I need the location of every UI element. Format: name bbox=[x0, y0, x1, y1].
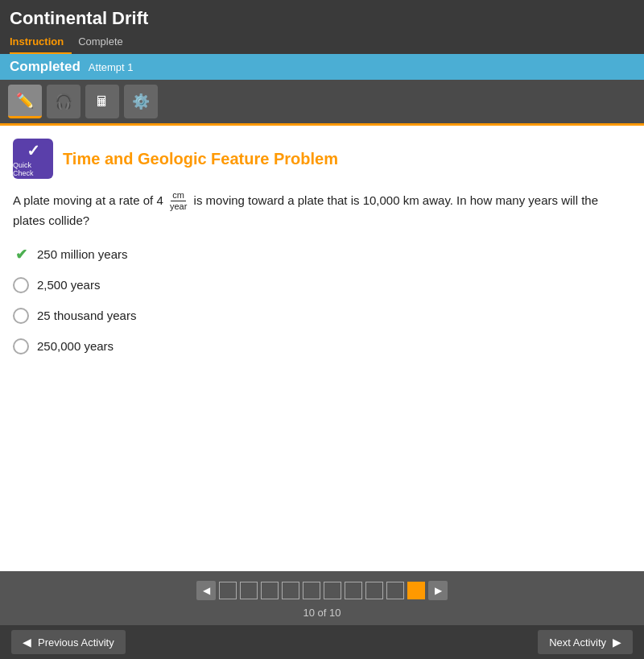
page-box-2[interactable] bbox=[240, 582, 258, 599]
question-header: ✓ Quick Check Time and Geologic Feature … bbox=[13, 139, 631, 179]
page-counter: 10 of 10 bbox=[303, 607, 341, 619]
status-completed-label: Completed bbox=[10, 59, 80, 75]
question-title: Time and Geologic Feature Problem bbox=[63, 150, 338, 168]
audio-tool-button[interactable]: 🎧 bbox=[47, 85, 80, 118]
footer-nav: ◀ Previous Activity Next Activity ▶ bbox=[0, 625, 644, 659]
page-box-1[interactable] bbox=[219, 582, 237, 599]
answer-option-3[interactable]: 25 thousand years bbox=[13, 308, 631, 324]
answer-option-2-label: 2,500 years bbox=[37, 278, 100, 292]
answer-option-1[interactable]: ✔ 250 million years bbox=[13, 247, 631, 263]
status-bar: Completed Attempt 1 bbox=[0, 54, 644, 80]
radio-circle-4 bbox=[13, 338, 29, 354]
nav-tab-instruction[interactable]: Instruction bbox=[10, 32, 72, 54]
toolbar: ✏️ 🎧 🖩 ⚙️ bbox=[0, 80, 644, 126]
page-box-3[interactable] bbox=[261, 582, 279, 599]
radio-circle-2 bbox=[13, 277, 29, 293]
settings-tool-button[interactable]: ⚙️ bbox=[124, 85, 158, 118]
fraction-numerator: cm bbox=[171, 190, 186, 201]
radio-circle-3 bbox=[13, 308, 29, 324]
question-text-before: A plate moving at a rate of 4 bbox=[13, 193, 163, 207]
app-title: Continental Drift bbox=[10, 8, 634, 29]
page-box-6[interactable] bbox=[324, 582, 341, 599]
top-header: Continental Drift Instruction Complete bbox=[0, 0, 644, 54]
page-box-4[interactable] bbox=[282, 582, 299, 599]
next-arrow-icon: ▶ bbox=[613, 636, 621, 649]
prev-activity-label: Previous Activity bbox=[38, 636, 114, 649]
content-area: ✓ Quick Check Time and Geologic Feature … bbox=[0, 126, 644, 571]
page-box-5[interactable] bbox=[303, 582, 320, 599]
check-icon: ✓ bbox=[27, 141, 40, 160]
pagination-next-arrow[interactable]: ▶ bbox=[428, 581, 448, 600]
status-attempt-label: Attempt 1 bbox=[89, 61, 134, 73]
answer-option-1-label: 250 million years bbox=[37, 247, 128, 261]
answer-option-4[interactable]: 250,000 years bbox=[13, 338, 631, 354]
page-box-8[interactable] bbox=[365, 582, 383, 599]
quick-check-icon: ✓ Quick Check bbox=[13, 139, 53, 179]
answer-options: ✔ 250 million years 2,500 years 25 thous… bbox=[13, 247, 631, 354]
previous-activity-button[interactable]: ◀ Previous Activity bbox=[11, 630, 126, 654]
pagination: ◀ ▶ bbox=[196, 581, 448, 600]
nav-tabs: Instruction Complete bbox=[10, 32, 634, 54]
page-box-7[interactable] bbox=[345, 582, 362, 599]
pencil-tool-button[interactable]: ✏️ bbox=[8, 85, 42, 118]
next-activity-button[interactable]: Next Activity ▶ bbox=[538, 630, 633, 654]
quick-check-label: Quick Check bbox=[13, 161, 53, 177]
answer-option-4-label: 250,000 years bbox=[37, 339, 114, 353]
question-text: A plate moving at a rate of 4 cm year is… bbox=[13, 190, 631, 230]
page-box-9[interactable] bbox=[386, 582, 404, 599]
pagination-prev-arrow[interactable]: ◀ bbox=[196, 581, 216, 600]
correct-checkmark-icon: ✔ bbox=[13, 247, 29, 263]
next-activity-label: Next Activity bbox=[549, 636, 606, 649]
prev-arrow-icon: ◀ bbox=[23, 636, 31, 649]
calculator-tool-button[interactable]: 🖩 bbox=[85, 85, 119, 118]
answer-option-3-label: 25 thousand years bbox=[37, 309, 136, 322]
fraction-denominator: year bbox=[168, 201, 188, 212]
nav-tab-complete[interactable]: Complete bbox=[78, 32, 131, 54]
bottom-pagination-area: ◀ ▶ 10 of 10 bbox=[0, 571, 644, 625]
fraction: cm year bbox=[168, 190, 188, 212]
answer-option-2[interactable]: 2,500 years bbox=[13, 277, 631, 293]
page-box-10[interactable] bbox=[407, 582, 425, 599]
